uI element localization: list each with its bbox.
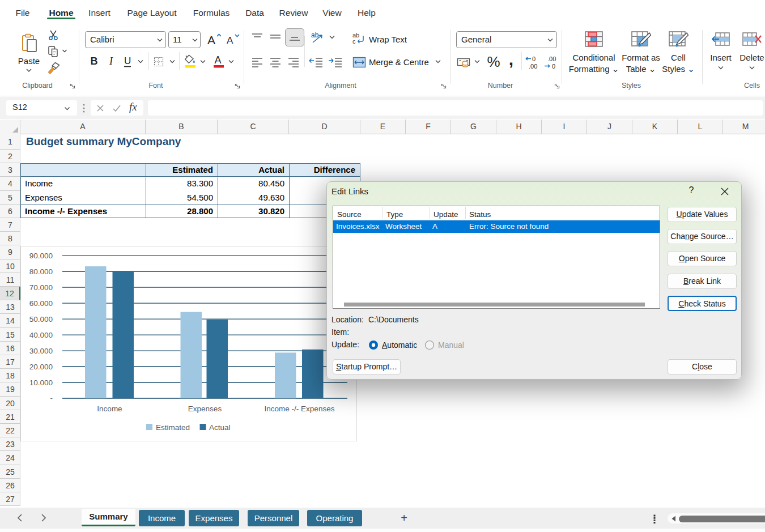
- svg-text:Expenses: Expenses: [188, 405, 222, 413]
- svg-text:0: 0: [532, 56, 536, 62]
- svg-text:c: c: [352, 38, 356, 45]
- svg-text:Income: Income: [97, 405, 122, 413]
- svg-text:.00: .00: [529, 63, 537, 70]
- svg-text:.00: .00: [547, 56, 556, 62]
- svg-text:10.000: 10.000: [29, 378, 53, 387]
- svg-text:U: U: [124, 56, 131, 66]
- svg-text:20.000: 20.000: [29, 363, 53, 371]
- svg-text:A: A: [215, 54, 222, 66]
- svg-text:Estimated: Estimated: [156, 423, 190, 432]
- svg-text:A: A: [227, 35, 233, 46]
- svg-text:70.000: 70.000: [29, 283, 53, 292]
- svg-text:50.000: 50.000: [29, 315, 53, 324]
- svg-text:A: A: [207, 33, 215, 46]
- svg-text:0: 0: [552, 63, 555, 70]
- svg-text:Actual: Actual: [209, 423, 231, 432]
- svg-text:80.000: 80.000: [29, 267, 53, 276]
- svg-text:-: -: [50, 394, 53, 402]
- svg-text:Income -/- Expenses: Income -/- Expenses: [265, 405, 335, 413]
- svg-text:90.000: 90.000: [29, 252, 53, 260]
- svg-text:30.000: 30.000: [29, 347, 53, 355]
- svg-text:40.000: 40.000: [29, 331, 53, 339]
- svg-text:ab: ab: [311, 31, 319, 39]
- svg-text:60.000: 60.000: [29, 299, 53, 308]
